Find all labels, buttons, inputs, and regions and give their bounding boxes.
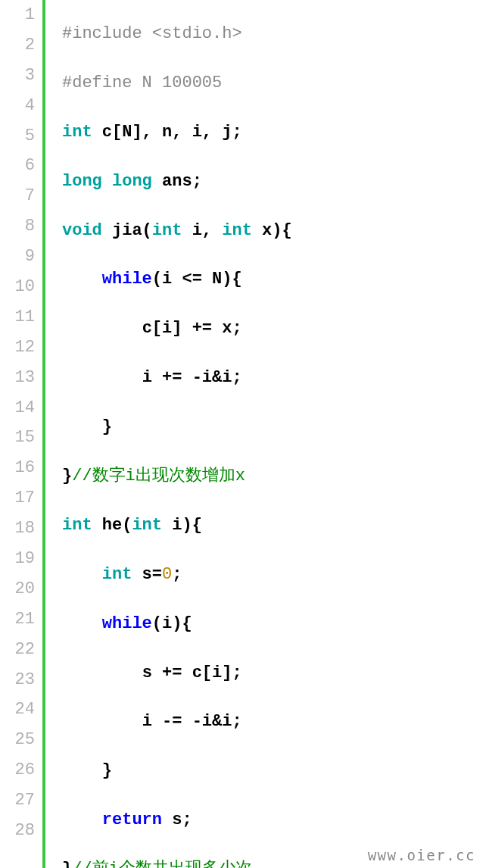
watermark: www.oier.cc — [368, 847, 475, 863]
line-number: 16 — [0, 453, 35, 483]
type-token: long long — [62, 172, 152, 191]
line-number: 12 — [0, 333, 35, 363]
indent — [62, 663, 142, 682]
keyword-token: while — [102, 270, 152, 289]
ident-token: i -= -i&i; — [142, 712, 242, 731]
code-line: c[i] += x; — [62, 314, 483, 344]
line-number: 24 — [0, 695, 35, 725]
line-number: 18 — [0, 514, 35, 544]
code-content: #include <stdio.h> #define N 100005 int … — [45, 0, 483, 868]
line-number: 4 — [0, 91, 35, 121]
line-number: 13 — [0, 363, 35, 393]
indent — [62, 565, 102, 584]
line-number: 26 — [0, 755, 35, 785]
indent — [62, 368, 142, 387]
line-number: 7 — [0, 181, 35, 211]
comment-token: //数字i出现次数增加x — [72, 467, 245, 486]
code-line: } — [62, 412, 483, 442]
code-line: while(i <= N){ — [62, 264, 483, 295]
ident-token: jia( — [102, 221, 152, 240]
code-line: int c[N], n, i, j; — [62, 117, 483, 148]
line-number: 2 — [0, 30, 35, 61]
line-number: 23 — [0, 665, 35, 695]
line-number: 17 — [0, 483, 35, 514]
ident-token: (i){ — [152, 614, 192, 633]
code-line: while(i){ — [62, 609, 483, 639]
preproc-token: #define N 100005 — [62, 73, 222, 92]
punct-token: } — [102, 761, 112, 780]
line-number: 10 — [0, 272, 35, 302]
code-line: void jia(int i, int x){ — [62, 216, 483, 246]
type-token: int — [102, 565, 132, 584]
code-line: i -= -i&i; — [62, 707, 483, 737]
line-number: 15 — [0, 423, 35, 453]
line-number: 9 — [0, 242, 35, 272]
type-token: int — [152, 221, 182, 240]
type-token: int — [132, 516, 162, 535]
line-number: 22 — [0, 635, 35, 665]
indent — [62, 417, 102, 436]
line-number: 8 — [0, 211, 35, 242]
number-token: 0 — [162, 565, 172, 584]
line-number: 19 — [0, 544, 35, 574]
ident-token: i += -i&i; — [142, 368, 242, 387]
code-line: long long ans; — [62, 167, 483, 197]
indent — [62, 810, 102, 829]
line-number: 21 — [0, 604, 35, 635]
line-number: 6 — [0, 151, 35, 181]
ident-token: c[i] += x; — [142, 319, 242, 338]
line-number: 5 — [0, 121, 35, 151]
line-number-gutter: 1 2 3 4 5 6 7 8 9 10 11 12 13 14 15 16 1… — [0, 0, 42, 868]
indent — [62, 712, 142, 731]
ident-token: x){ — [252, 221, 292, 240]
type-token: int — [62, 123, 92, 142]
punct-token: ; — [172, 565, 182, 584]
keyword-token: return — [102, 810, 162, 829]
code-line: s += c[i]; — [62, 658, 483, 688]
punct-token: } — [62, 467, 72, 486]
code-block: 1 2 3 4 5 6 7 8 9 10 11 12 13 14 15 16 1… — [0, 0, 483, 868]
keyword-token: void — [62, 221, 102, 240]
line-number: 25 — [0, 725, 35, 755]
ident-token: i){ — [162, 516, 202, 535]
type-token: int — [62, 516, 92, 535]
punct-token: } — [102, 417, 112, 436]
line-number: 27 — [0, 785, 35, 816]
code-line: #define N 100005 — [62, 68, 483, 98]
indent — [62, 270, 102, 289]
ident-token: c[N], n, i, j; — [92, 123, 242, 142]
keyword-token: while — [102, 614, 152, 633]
ident-token: ans; — [152, 172, 202, 191]
ident-token: (i <= N){ — [152, 270, 242, 289]
code-line: }//数字i出现次数增加x — [62, 461, 483, 492]
code-line: int s=0; — [62, 560, 483, 590]
ident-token: s= — [132, 565, 162, 584]
code-line: return s; — [62, 805, 483, 835]
line-number: 14 — [0, 393, 35, 423]
ident-token: s; — [162, 810, 192, 829]
line-number: 28 — [0, 816, 35, 846]
indent — [62, 319, 142, 338]
punct-token: } — [62, 860, 72, 868]
comment-token: //前i个数共出现多少次 — [72, 860, 252, 868]
preproc-token: #include <stdio.h> — [62, 24, 242, 43]
type-token: int — [222, 221, 252, 240]
ident-token: s += c[i]; — [142, 663, 242, 682]
code-line: i += -i&i; — [62, 363, 483, 393]
code-line: } — [62, 756, 483, 786]
line-number: 20 — [0, 574, 35, 604]
line-number: 3 — [0, 61, 35, 91]
code-line: int he(int i){ — [62, 510, 483, 541]
indent — [62, 761, 102, 780]
line-number: 1 — [0, 0, 35, 30]
line-number: 11 — [0, 302, 35, 333]
ident-token: i, — [182, 221, 222, 240]
indent — [62, 614, 102, 633]
code-line: #include <stdio.h> — [62, 19, 483, 49]
ident-token: he( — [92, 516, 132, 535]
